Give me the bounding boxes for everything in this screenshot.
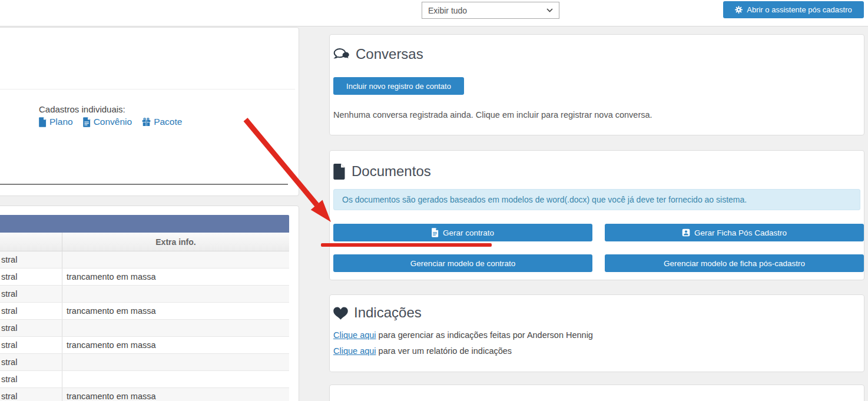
indicacoes-line-report-text: para ver um relatório de indicações bbox=[376, 346, 512, 356]
gerar-ficha-label: Gerar Ficha Pós Cadastro bbox=[694, 228, 787, 237]
link-convenio[interactable]: Convênio bbox=[83, 117, 132, 127]
documentos-heading: Documentos bbox=[333, 163, 431, 180]
clique-aqui-relatorio-link[interactable]: Clique aqui bbox=[333, 346, 376, 356]
table-row: straltrancamento em massa bbox=[0, 269, 289, 286]
table-row: stral bbox=[0, 320, 289, 337]
divider bbox=[0, 184, 288, 185]
cell-extra-info bbox=[62, 371, 289, 387]
chevron-down-icon bbox=[546, 8, 553, 12]
include-contact-record-button[interactable]: Incluir novo registro de contato bbox=[333, 77, 464, 95]
cadastros-label: Cadastros individuais: bbox=[39, 104, 125, 114]
documentos-title: Documentos bbox=[352, 163, 431, 180]
plan-table-rows: stralstraltrancamento em massastralstral… bbox=[0, 251, 289, 401]
divider bbox=[0, 89, 295, 90]
table-row: stral bbox=[0, 251, 289, 269]
indicacoes-title: Indicações bbox=[354, 304, 422, 321]
indicacoes-heading: Indicações bbox=[333, 304, 422, 321]
table-row: straltrancamento em massa bbox=[0, 337, 289, 354]
cell-plan: stral bbox=[0, 269, 62, 285]
cell-plan: stral bbox=[0, 286, 62, 302]
table-row: straltrancamento em massa bbox=[0, 388, 289, 401]
gerar-ficha-pos-cadastro-button[interactable]: Gerar Ficha Pós Cadastro bbox=[605, 224, 864, 241]
cell-plan: stral bbox=[0, 371, 62, 387]
file-icon bbox=[333, 164, 346, 180]
conversas-heading: Conversas bbox=[333, 46, 423, 62]
id-card-icon bbox=[682, 228, 690, 237]
topbar: Exibir tudo Abrir o assistente pós cadas… bbox=[0, 0, 868, 26]
cell-extra-info: trancamento em massa bbox=[62, 388, 289, 401]
link-pacote[interactable]: Pacote bbox=[142, 117, 182, 127]
file-text-icon bbox=[83, 117, 91, 127]
conversas-title: Conversas bbox=[356, 46, 423, 62]
cell-extra-info: trancamento em massa bbox=[62, 337, 289, 353]
cell-plan: stral bbox=[0, 320, 62, 336]
table-row: straltrancamento em massa bbox=[0, 303, 289, 320]
gerenciar-modelo-ficha-button[interactable]: Gerenciar modelo de ficha pós-cadastro bbox=[605, 254, 864, 272]
comments-icon bbox=[333, 48, 350, 61]
cell-plan: stral bbox=[0, 337, 62, 353]
assistant-wizard-button[interactable]: Abrir o assistente pós cadastro bbox=[723, 1, 864, 18]
table-header-band bbox=[0, 215, 289, 233]
link-plano[interactable]: Plano bbox=[39, 117, 73, 127]
page: Cadastros individuais: Plano Convênio Pa… bbox=[0, 0, 868, 401]
table-row: stral bbox=[0, 371, 289, 388]
file-icon bbox=[39, 117, 47, 127]
clique-aqui-gerenciar-link[interactable]: Clique aqui bbox=[333, 330, 376, 340]
documentos-info-alert: Os documentos são gerados baseados em mo… bbox=[333, 189, 860, 210]
indicacoes-line-report: Clique aqui para ver um relatório de ind… bbox=[333, 346, 512, 356]
cell-extra-info: trancamento em massa bbox=[62, 303, 289, 319]
gerar-contrato-label: Gerar contrato bbox=[443, 228, 494, 237]
heart-icon bbox=[333, 306, 348, 320]
column-header-plan bbox=[0, 233, 62, 251]
cell-plan: stral bbox=[0, 354, 62, 370]
cell-extra-info: trancamento em massa bbox=[62, 269, 289, 285]
cell-extra-info bbox=[62, 251, 289, 268]
cell-extra-info bbox=[62, 286, 289, 302]
next-section-card bbox=[329, 385, 864, 401]
link-label: Convênio bbox=[94, 117, 132, 127]
table-column-headers: Extra info. bbox=[0, 233, 289, 251]
table-row: stral bbox=[0, 354, 289, 371]
gift-icon bbox=[142, 118, 151, 127]
table-row: stral bbox=[0, 286, 289, 303]
indicacoes-line-manage-text: para gerenciar as indicações feitas por … bbox=[376, 330, 593, 340]
column-header-extra-info: Extra info. bbox=[62, 233, 289, 251]
cell-plan: stral bbox=[0, 388, 62, 401]
display-filter-select[interactable]: Exibir tudo bbox=[422, 2, 559, 19]
assistant-wizard-label: Abrir o assistente pós cadastro bbox=[747, 5, 852, 14]
gerar-contrato-button[interactable]: Gerar contrato bbox=[333, 224, 592, 241]
cell-plan: stral bbox=[0, 251, 62, 268]
cell-extra-info bbox=[62, 354, 289, 370]
cell-extra-info bbox=[62, 320, 289, 336]
link-label: Plano bbox=[49, 117, 73, 127]
gear-icon bbox=[735, 6, 743, 14]
link-label: Pacote bbox=[154, 117, 182, 127]
cell-plan: stral bbox=[0, 303, 62, 319]
conversas-empty-text: Nenhuma conversa registrada ainda. Cliqu… bbox=[333, 110, 652, 120]
display-filter-value: Exibir tudo bbox=[428, 6, 467, 15]
annotation-arrow-head bbox=[311, 200, 331, 222]
indicacoes-line-manage: Clique aqui para gerenciar as indicações… bbox=[333, 330, 593, 340]
gerenciar-modelo-contrato-button[interactable]: Gerenciar modelo de contrato bbox=[333, 254, 592, 272]
cadastros-links: Plano Convênio Pacote bbox=[39, 117, 182, 127]
file-text-icon bbox=[432, 228, 439, 237]
